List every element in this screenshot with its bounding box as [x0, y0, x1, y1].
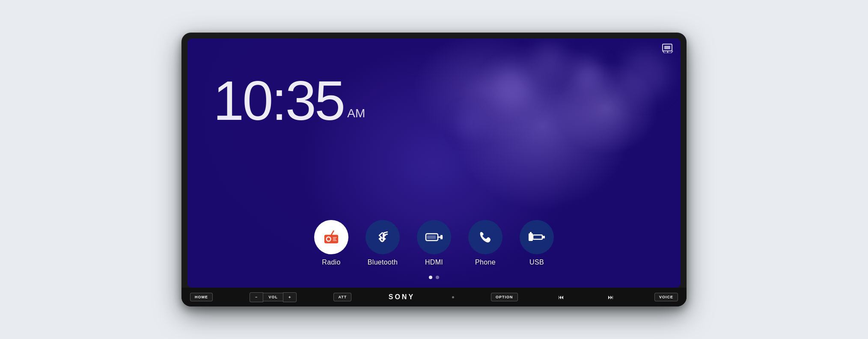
voice-button[interactable]: VOICE: [654, 293, 678, 301]
hdmi-icon-circle: [417, 220, 451, 254]
phone-label: Phone: [475, 259, 496, 266]
usb-label: USB: [529, 259, 544, 266]
sony-logo: SONY: [389, 293, 415, 301]
control-bar: HOME － VOL ＋ ATT SONY OPTION ⏮ ⏭ VOICE: [181, 288, 687, 306]
app-usb[interactable]: USB: [520, 220, 554, 266]
radio-label: Radio: [322, 259, 340, 266]
svg-rect-15: [440, 235, 443, 239]
svg-rect-17: [533, 235, 542, 239]
next-track-button[interactable]: ⏭: [604, 292, 617, 302]
vol-minus-button[interactable]: －: [250, 292, 263, 302]
bokeh-effect: [493, 68, 532, 107]
pagination-dots: [187, 276, 681, 279]
svg-rect-16: [529, 233, 533, 241]
usb-icon-circle: [520, 220, 554, 254]
bokeh-effect: [621, 51, 669, 98]
pagination-dot-active[interactable]: [429, 276, 432, 279]
svg-point-5: [327, 238, 330, 241]
svg-rect-8: [333, 240, 337, 241]
svg-line-9: [331, 231, 333, 235]
vol-label: VOL: [263, 293, 283, 301]
att-button[interactable]: ATT: [333, 293, 351, 301]
cast-icon: [662, 44, 674, 55]
svg-rect-13: [427, 235, 436, 239]
svg-rect-18: [542, 236, 545, 238]
app-phone[interactable]: Phone: [468, 220, 502, 266]
phone-icon-circle: [468, 220, 502, 254]
vol-plus-button[interactable]: ＋: [283, 292, 297, 302]
main-screen: 10:35AM: [187, 39, 681, 288]
device-body: 10:35AM: [181, 33, 687, 306]
led-indicator: [452, 296, 454, 298]
home-button[interactable]: HOME: [190, 293, 213, 301]
bokeh-effect: [532, 44, 567, 78]
svg-rect-7: [333, 239, 336, 240]
bokeh-effect: [459, 113, 480, 135]
volume-group: － VOL ＋: [250, 292, 297, 302]
time-display: 10:35: [213, 69, 344, 132]
app-radio[interactable]: Radio: [314, 220, 348, 266]
svg-line-10: [384, 232, 387, 233]
app-hdmi[interactable]: HDMI: [417, 220, 451, 266]
svg-rect-19: [530, 232, 532, 234]
bokeh-effect: [572, 59, 602, 89]
time-display-container: 10:35AM: [213, 73, 365, 128]
cast-button[interactable]: [662, 44, 674, 55]
radio-icon-circle: [314, 220, 348, 254]
apps-grid: Radio: [187, 220, 681, 266]
bluetooth-label: Bluetooth: [368, 259, 398, 266]
option-button[interactable]: OPTION: [491, 293, 518, 301]
ampm-display: AM: [347, 107, 365, 120]
svg-rect-2: [664, 46, 670, 49]
hdmi-label: HDMI: [425, 259, 443, 266]
car-stereo-device: 10:35AM: [181, 33, 687, 306]
bluetooth-icon-circle: [366, 220, 400, 254]
pagination-dot-inactive[interactable]: [436, 276, 439, 279]
app-bluetooth[interactable]: Bluetooth: [366, 220, 400, 266]
svg-rect-6: [333, 237, 337, 238]
prev-track-button[interactable]: ⏮: [555, 292, 568, 302]
